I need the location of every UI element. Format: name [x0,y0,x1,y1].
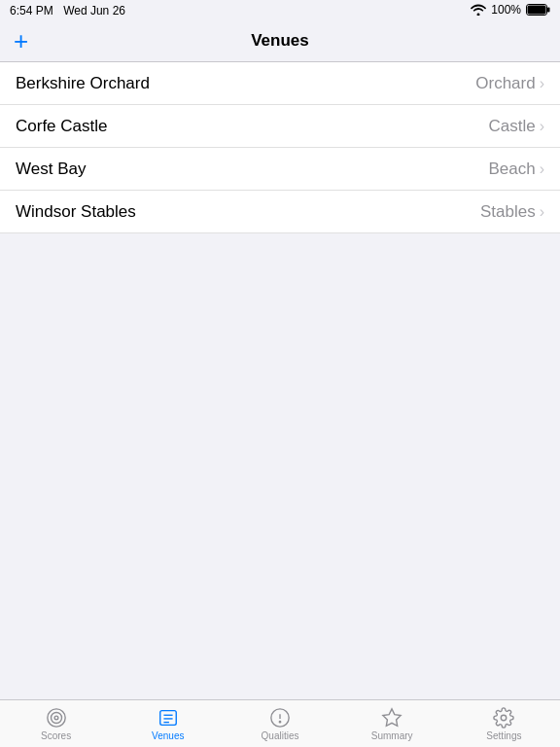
venue-list-item[interactable]: Corfe Castle Castle › [0,105,560,148]
tab-summary-label: Summary [371,730,413,741]
tab-venues[interactable]: Venues [112,707,224,741]
tab-bar: Scores Venues Qualities Summary Settin [0,699,560,747]
chevron-icon: › [540,118,544,135]
svg-point-5 [54,716,58,720]
list-icon [158,707,179,729]
chevron-icon: › [540,203,544,221]
star-icon [381,707,402,729]
venue-type: Castle [488,117,535,136]
svg-rect-2 [528,6,546,15]
venue-name: Windsor Stables [16,202,136,222]
venue-type: Stables [480,202,536,222]
svg-marker-13 [383,708,401,725]
status-time-date: 6:54 PM Wed Jun 26 [10,1,125,18]
venue-type: Beach [488,160,535,179]
svg-point-14 [502,715,508,721]
chevron-icon: › [540,75,544,92]
exclamation-icon [269,707,291,729]
status-time: 6:54 PM [10,4,53,18]
venue-list-item[interactable]: Berkshire Orchard Orchard › [0,62,560,105]
nav-bar: + Venues [0,19,560,62]
tab-summary[interactable]: Summary [336,707,448,741]
tab-scores[interactable]: Scores [0,707,112,741]
tab-settings-label: Settings [486,730,521,741]
svg-point-4 [51,712,61,723]
venue-right: Castle › [488,117,544,136]
page-title: Venues [251,31,309,51]
target-icon [46,707,67,729]
content-area: Berkshire Orchard Orchard › Corfe Castle… [0,62,560,699]
venue-name: Berkshire Orchard [16,74,150,93]
battery-percent: 100% [491,3,521,17]
svg-point-12 [279,721,280,722]
svg-rect-1 [547,8,550,13]
tab-qualities[interactable]: Qualities [224,707,335,741]
battery-icon [526,4,550,16]
status-date: Wed Jun 26 [63,4,125,18]
tab-venues-label: Venues [152,730,184,741]
gear-icon [493,707,514,729]
add-venue-button[interactable]: + [14,28,28,53]
venue-list-item[interactable]: West Bay Beach › [0,148,560,191]
venues-list: Berkshire Orchard Orchard › Corfe Castle… [0,62,560,233]
svg-point-3 [47,708,64,726]
venue-right: Beach › [488,160,544,179]
venue-right: Orchard › [475,74,544,93]
tab-qualities-label: Qualities [262,730,299,741]
venue-list-item[interactable]: Windsor Stables Stables › [0,191,560,233]
venue-type: Orchard [475,74,535,93]
chevron-icon: › [540,160,544,178]
tab-settings[interactable]: Settings [448,707,560,741]
venue-name: West Bay [16,160,86,179]
venue-name: Corfe Castle [16,117,107,136]
status-bar: 6:54 PM Wed Jun 26 100% [0,0,560,19]
status-icons: 100% [471,3,550,17]
venue-right: Stables › [480,202,544,222]
tab-scores-label: Scores [41,730,71,741]
wifi-icon [471,4,486,16]
